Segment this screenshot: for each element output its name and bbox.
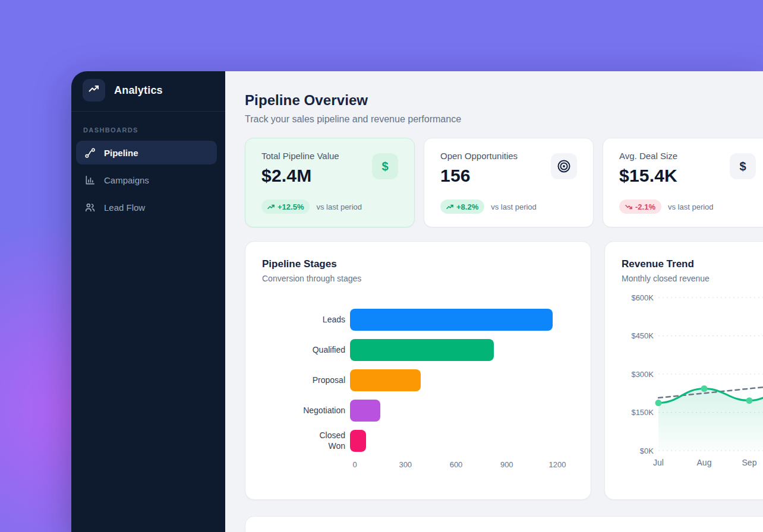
sidebar-section-label: DASHBOARDS <box>83 126 225 134</box>
trending-up-icon <box>88 83 100 97</box>
trending-up-icon <box>267 204 275 210</box>
chart-subtitle: Conversion through stages <box>262 274 574 283</box>
pipeline-icon <box>84 147 96 159</box>
bar-label: Closed Won <box>308 430 350 451</box>
chart-subtitle: Monthly closed revenue <box>622 274 763 283</box>
bar-row: Qualified <box>262 339 574 361</box>
kpi-compare: vs last period <box>316 202 362 211</box>
app-window: Analytics DASHBOARDS Pipeline Campaigns … <box>71 71 763 532</box>
sidebar-item-lead-flow[interactable]: Lead Flow <box>76 195 217 219</box>
bar-track <box>350 430 574 452</box>
delta-badge: -2.1% <box>619 200 661 214</box>
bar-qualified <box>350 339 494 361</box>
bar-row: Negotiation <box>262 400 574 422</box>
kpi-card-avg-deal-size: Avg. Deal Size $15.4K $ -2.1% vs last pe… <box>603 138 763 227</box>
sidebar-item-pipeline[interactable]: Pipeline <box>76 141 217 164</box>
page-subtitle: Track your sales pipeline and revenue pe… <box>245 114 763 125</box>
bar-label: Proposal <box>262 375 350 386</box>
kpi-row: Total Pipeline Value $2.4M $ +12.5% vs l… <box>245 138 763 227</box>
sidebar-logo-row: Analytics <box>71 71 225 109</box>
pipeline-stages-card: Pipeline Stages Conversion through stage… <box>245 241 591 500</box>
x-tick: 300 <box>399 460 412 469</box>
sidebar-divider <box>71 111 225 112</box>
sidebar-item-label: Campaigns <box>104 175 149 185</box>
bar-proposal <box>350 369 421 391</box>
chart-title: Pipeline Stages <box>262 258 574 270</box>
line-chart: $600K$450K$300K$150K$0K JulAugSep <box>622 290 763 473</box>
dollar-icon: $ <box>372 153 398 179</box>
app-logo <box>83 79 105 102</box>
bar-track <box>350 309 574 331</box>
delta-value: +12.5% <box>278 202 304 211</box>
bar-negotiation <box>350 400 380 422</box>
kpi-card-total-pipeline-value: Total Pipeline Value $2.4M $ +12.5% vs l… <box>245 138 415 227</box>
kpi-compare: vs last period <box>668 202 714 211</box>
svg-text:Aug: Aug <box>697 458 712 467</box>
trending-up-icon <box>446 204 453 210</box>
x-tick: 0 <box>352 460 357 469</box>
kpi-card-open-opportunities: Open Opportunities 156 +8.2% vs last per… <box>424 138 594 227</box>
chart-title: Revenue Trend <box>622 258 763 270</box>
bar-chart-icon <box>84 175 96 186</box>
bar-leads <box>350 309 553 331</box>
bar-track <box>350 339 574 361</box>
svg-text:Jul: Jul <box>653 458 664 467</box>
users-icon <box>84 202 96 213</box>
kpi-compare: vs last period <box>491 202 537 211</box>
x-tick: 600 <box>450 460 463 469</box>
x-axis: 0 300 600 900 1200 <box>355 460 574 472</box>
kpi-delta-row: +8.2% vs last period <box>440 200 577 214</box>
svg-text:$0K: $0K <box>640 446 654 455</box>
svg-text:$300K: $300K <box>631 370 654 379</box>
main-content: Pipeline Overview Track your sales pipel… <box>225 71 763 532</box>
delta-badge: +8.2% <box>440 200 484 214</box>
bar-label: Leads <box>262 315 350 325</box>
delta-badge: +12.5% <box>261 200 310 214</box>
bar-track <box>350 369 574 391</box>
x-tick: 900 <box>500 460 513 469</box>
svg-text:$600K: $600K <box>631 293 654 302</box>
target-icon <box>551 153 577 179</box>
bottom-card <box>245 516 763 532</box>
dollar-icon: $ <box>730 153 756 179</box>
x-tick: 1200 <box>549 460 566 469</box>
app-title: Analytics <box>114 84 163 97</box>
bar-chart: Leads Qualified Proposal Negotiation <box>262 309 574 472</box>
page-title: Pipeline Overview <box>245 92 763 109</box>
delta-value: -2.1% <box>635 202 655 211</box>
delta-value: +8.2% <box>456 202 478 211</box>
svg-text:$150K: $150K <box>631 408 654 417</box>
sidebar-item-label: Pipeline <box>104 148 138 158</box>
bar-row: Proposal <box>262 369 574 391</box>
bar-label: Qualified <box>262 345 350 356</box>
sidebar-item-campaigns[interactable]: Campaigns <box>76 168 217 192</box>
svg-text:$450K: $450K <box>631 331 654 340</box>
kpi-delta-row: -2.1% vs last period <box>619 200 756 214</box>
bar-row: Leads <box>262 309 574 331</box>
charts-row: Pipeline Stages Conversion through stage… <box>245 241 763 500</box>
bar-row: Closed Won <box>262 430 574 452</box>
bar-closed-won <box>350 430 366 452</box>
trending-down-icon <box>625 204 632 210</box>
revenue-trend-card: Revenue Trend Monthly closed revenue $60… <box>604 241 763 500</box>
svg-text:Sep: Sep <box>742 458 757 467</box>
kpi-delta-row: +12.5% vs last period <box>261 200 398 214</box>
sidebar: Analytics DASHBOARDS Pipeline Campaigns … <box>71 71 225 532</box>
bar-track <box>350 400 574 422</box>
bar-label: Negotiation <box>262 406 350 416</box>
sidebar-item-label: Lead Flow <box>104 202 145 213</box>
